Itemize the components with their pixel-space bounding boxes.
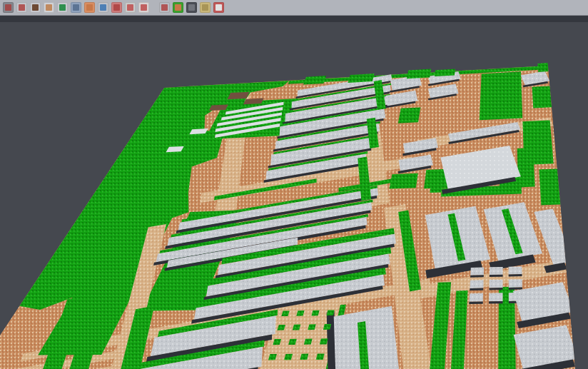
- feature-light-structure: [189, 128, 208, 134]
- feature-building-wall-shadow: [489, 301, 503, 304]
- feature-building-roof: [509, 279, 522, 288]
- orange-square-layer-icon-glyph: [86, 4, 93, 11]
- red-teal-cross-tool-icon-glyph: [19, 4, 25, 11]
- yellow-tag-icon-glyph: [202, 4, 208, 11]
- feature-building-roof: [470, 280, 483, 288]
- gray-points-icon[interactable]: [44, 2, 54, 13]
- feature-vegetation: [407, 69, 431, 79]
- feature-building-wall-shadow: [469, 302, 483, 305]
- feature-vegetation: [517, 148, 535, 188]
- feature-building-roof: [490, 280, 503, 288]
- feature-vegetation: [539, 168, 560, 205]
- feature-building-roof: [470, 268, 484, 276]
- red-dashed-selection-icon-glyph: [141, 4, 147, 11]
- clipboard-red-tool-icon[interactable]: [159, 2, 170, 13]
- blue-profile-column-icon-glyph: [73, 4, 79, 11]
- terrain-cut-tool-icon-glyph: [5, 4, 11, 11]
- clipboard-red-tool-icon-glyph: [161, 4, 168, 11]
- feature-building-wall-shadow: [470, 275, 484, 277]
- viewport-top-shade: [0, 16, 588, 22]
- application-window: [0, 0, 588, 369]
- feature-vegetation: [348, 74, 374, 83]
- classification-colors-icon-glyph: [175, 4, 181, 11]
- feature-building-wall-shadow: [509, 288, 522, 290]
- red-ring-target-icon-glyph: [127, 4, 133, 11]
- red-flag-tool-icon-glyph: [216, 4, 222, 11]
- red-rows-list-icon[interactable]: [111, 2, 122, 13]
- dark-camera-icon-glyph: [188, 4, 195, 11]
- brown-hill-terrain-icon[interactable]: [30, 2, 41, 13]
- classification-colors-icon[interactable]: [173, 2, 183, 13]
- dark-camera-icon[interactable]: [186, 2, 197, 13]
- feature-vegetation: [327, 310, 335, 316]
- yellow-tag-icon[interactable]: [200, 2, 211, 13]
- feature-vegetation: [430, 173, 443, 193]
- red-ring-target-icon[interactable]: [125, 2, 136, 13]
- green-hill-terrain-icon[interactable]: [57, 2, 68, 13]
- terrain-cut-tool-icon[interactable]: [3, 2, 14, 13]
- red-flag-tool-icon[interactable]: [213, 2, 224, 13]
- feature-building-wall-shadow: [489, 288, 502, 290]
- feature-vegetation: [435, 69, 455, 77]
- feature-brown-structure: [209, 104, 228, 111]
- feature-vegetation: [398, 107, 421, 123]
- brown-hill-terrain-icon-glyph: [32, 4, 39, 11]
- feature-vegetation: [323, 324, 331, 330]
- feature-vegetation: [316, 353, 325, 360]
- globe-icon[interactable]: [98, 2, 108, 13]
- feature-building-roof: [489, 293, 502, 301]
- feature-building-roof: [490, 267, 503, 275]
- orange-square-layer-icon[interactable]: [84, 2, 95, 13]
- feature-building-wall-shadow: [509, 274, 522, 276]
- red-dashed-selection-icon[interactable]: [138, 2, 149, 13]
- gray-points-icon-glyph: [46, 4, 52, 11]
- feature-building-wall-shadow: [470, 288, 483, 291]
- feature-vegetation: [320, 338, 328, 344]
- blue-profile-column-icon[interactable]: [71, 2, 81, 13]
- red-teal-cross-tool-icon[interactable]: [16, 2, 27, 13]
- toolbar: [0, 0, 588, 16]
- feature-building-roof: [509, 266, 522, 274]
- feature-vegetation: [480, 71, 522, 120]
- 3d-viewport[interactable]: [0, 0, 588, 369]
- feature-vegetation: [303, 76, 326, 84]
- feature-building-roof: [470, 293, 484, 302]
- feature-building-wall-shadow: [490, 275, 503, 277]
- feature-vegetation: [532, 86, 552, 108]
- green-hill-terrain-icon-glyph: [59, 4, 66, 11]
- globe-icon-glyph: [100, 4, 106, 11]
- feature-vegetation: [537, 63, 548, 72]
- red-rows-list-icon-glyph: [113, 4, 120, 11]
